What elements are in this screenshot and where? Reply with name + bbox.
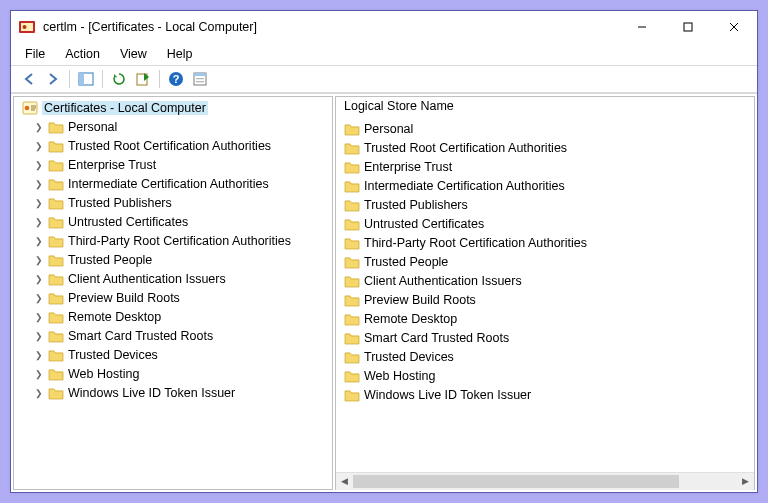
list-item-trusted-people[interactable]: Trusted People (342, 252, 754, 271)
folder-icon (344, 235, 360, 251)
folder-icon (48, 271, 64, 287)
tree-item-personal[interactable]: ❯Personal (30, 117, 328, 136)
list-item-client-authentication-issuers[interactable]: Client Authentication Issuers (342, 271, 754, 290)
list-item-label: Intermediate Certification Authorities (364, 179, 565, 193)
list-item-label: Smart Card Trusted Roots (364, 331, 509, 345)
tree-item-trusted-root-certification-authorities[interactable]: ❯Trusted Root Certification Authorities (30, 136, 328, 155)
list-item-label: Personal (364, 122, 413, 136)
tree-item-label: Client Authentication Issuers (68, 272, 226, 286)
tree-item-label: Trusted Publishers (68, 196, 172, 210)
scroll-left-button[interactable]: ◀ (336, 473, 353, 490)
list-scroll-area[interactable]: Logical Store Name PersonalTrusted Root … (336, 97, 754, 472)
tree-root-node[interactable]: Certificates - Local Computer (18, 99, 328, 117)
tree-item-trusted-devices[interactable]: ❯Trusted Devices (30, 345, 328, 364)
back-button[interactable] (17, 68, 41, 90)
maximize-button[interactable] (665, 11, 711, 43)
scroll-thumb[interactable] (353, 475, 679, 488)
tree-item-label: Trusted Devices (68, 348, 158, 362)
list-item-preview-build-roots[interactable]: Preview Build Roots (342, 290, 754, 309)
folder-icon (48, 290, 64, 306)
menu-help[interactable]: Help (157, 45, 203, 63)
list-item-label: Enterprise Trust (364, 160, 452, 174)
folder-icon (344, 121, 360, 137)
window-title: certlm - [Certificates - Local Computer] (43, 20, 619, 34)
column-header-logical-store-name[interactable]: Logical Store Name (336, 97, 754, 119)
list-item-label: Trusted People (364, 255, 448, 269)
list-item-label: Preview Build Roots (364, 293, 476, 307)
list-item-trusted-devices[interactable]: Trusted Devices (342, 347, 754, 366)
chevron-right-icon[interactable]: ❯ (34, 198, 44, 208)
folder-icon (48, 309, 64, 325)
folder-icon (344, 178, 360, 194)
list-item-trusted-publishers[interactable]: Trusted Publishers (342, 195, 754, 214)
list-item-personal[interactable]: Personal (342, 119, 754, 138)
menu-file[interactable]: File (15, 45, 55, 63)
chevron-right-icon[interactable]: ❯ (34, 255, 44, 265)
minimize-button[interactable] (619, 11, 665, 43)
chevron-right-icon[interactable]: ❯ (34, 274, 44, 284)
menubar: File Action View Help (11, 43, 757, 65)
tree-item-intermediate-certification-authorities[interactable]: ❯Intermediate Certification Authorities (30, 174, 328, 193)
close-button[interactable] (711, 11, 757, 43)
menu-action[interactable]: Action (55, 45, 110, 63)
list-item-windows-live-id-token-issuer[interactable]: Windows Live ID Token Issuer (342, 385, 754, 404)
folder-icon (48, 366, 64, 382)
folder-icon (344, 368, 360, 384)
tree-item-trusted-people[interactable]: ❯Trusted People (30, 250, 328, 269)
list-item-label: Web Hosting (364, 369, 435, 383)
scroll-track[interactable] (353, 473, 737, 490)
list-item-remote-desktop[interactable]: Remote Desktop (342, 309, 754, 328)
tree-item-third-party-root-certification-authorities[interactable]: ❯Third-Party Root Certification Authorit… (30, 231, 328, 250)
tree-item-client-authentication-issuers[interactable]: ❯Client Authentication Issuers (30, 269, 328, 288)
tree-item-preview-build-roots[interactable]: ❯Preview Build Roots (30, 288, 328, 307)
list-item-web-hosting[interactable]: Web Hosting (342, 366, 754, 385)
show-hide-tree-button[interactable] (74, 68, 98, 90)
forward-button[interactable] (41, 68, 65, 90)
chevron-right-icon[interactable]: ❯ (34, 312, 44, 322)
tree-item-trusted-publishers[interactable]: ❯Trusted Publishers (30, 193, 328, 212)
folder-icon (48, 328, 64, 344)
tree-item-enterprise-trust[interactable]: ❯Enterprise Trust (30, 155, 328, 174)
tree-item-web-hosting[interactable]: ❯Web Hosting (30, 364, 328, 383)
chevron-right-icon[interactable]: ❯ (34, 331, 44, 341)
horizontal-scrollbar[interactable]: ◀ ▶ (336, 472, 754, 489)
chevron-right-icon[interactable]: ❯ (34, 350, 44, 360)
list-item-trusted-root-certification-authorities[interactable]: Trusted Root Certification Authorities (342, 138, 754, 157)
tree-item-untrusted-certificates[interactable]: ❯Untrusted Certificates (30, 212, 328, 231)
tree-item-label: Preview Build Roots (68, 291, 180, 305)
tree-pane[interactable]: Certificates - Local Computer ❯Personal❯… (13, 96, 333, 490)
folder-icon (344, 349, 360, 365)
folder-icon (48, 347, 64, 363)
properties-button[interactable] (188, 68, 212, 90)
menu-view[interactable]: View (110, 45, 157, 63)
list-item-intermediate-certification-authorities[interactable]: Intermediate Certification Authorities (342, 176, 754, 195)
export-list-button[interactable] (131, 68, 155, 90)
chevron-right-icon[interactable]: ❯ (34, 122, 44, 132)
chevron-right-icon[interactable]: ❯ (34, 293, 44, 303)
chevron-right-icon[interactable]: ❯ (34, 217, 44, 227)
list-item-label: Trusted Root Certification Authorities (364, 141, 567, 155)
chevron-right-icon[interactable]: ❯ (34, 179, 44, 189)
chevron-right-icon[interactable]: ❯ (34, 236, 44, 246)
tree-item-windows-live-id-token-issuer[interactable]: ❯Windows Live ID Token Issuer (30, 383, 328, 402)
refresh-button[interactable] (107, 68, 131, 90)
folder-icon (344, 216, 360, 232)
tree-item-label: Intermediate Certification Authorities (68, 177, 269, 191)
chevron-right-icon[interactable]: ❯ (34, 160, 44, 170)
list-item-enterprise-trust[interactable]: Enterprise Trust (342, 157, 754, 176)
folder-icon (344, 254, 360, 270)
chevron-right-icon[interactable]: ❯ (34, 369, 44, 379)
tree-item-remote-desktop[interactable]: ❯Remote Desktop (30, 307, 328, 326)
chevron-right-icon[interactable]: ❯ (34, 388, 44, 398)
tree-item-smart-card-trusted-roots[interactable]: ❯Smart Card Trusted Roots (30, 326, 328, 345)
scroll-right-button[interactable]: ▶ (737, 473, 754, 490)
tree-item-label: Enterprise Trust (68, 158, 156, 172)
list-item-smart-card-trusted-roots[interactable]: Smart Card Trusted Roots (342, 328, 754, 347)
certificate-store-icon (22, 100, 38, 116)
help-button[interactable] (164, 68, 188, 90)
list-item-third-party-root-certification-authorities[interactable]: Third-Party Root Certification Authoriti… (342, 233, 754, 252)
tree-item-label: Windows Live ID Token Issuer (68, 386, 235, 400)
list-item-untrusted-certificates[interactable]: Untrusted Certificates (342, 214, 754, 233)
chevron-right-icon[interactable]: ❯ (34, 141, 44, 151)
titlebar: certlm - [Certificates - Local Computer] (11, 11, 757, 43)
